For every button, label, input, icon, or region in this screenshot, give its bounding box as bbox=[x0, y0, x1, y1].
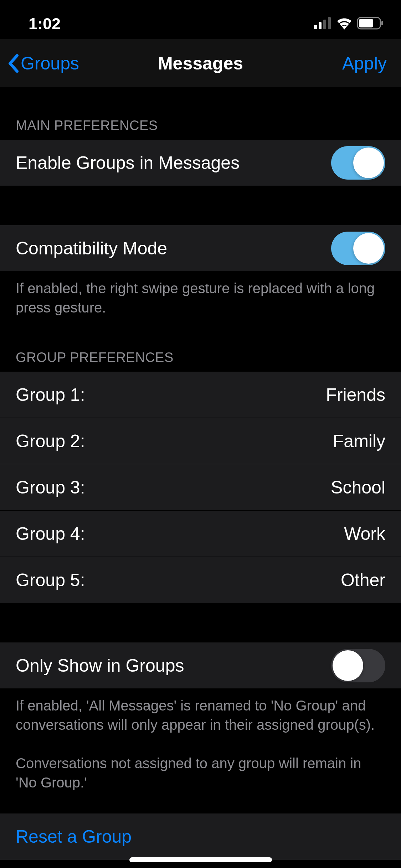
back-button[interactable]: Groups bbox=[8, 53, 79, 74]
group-row[interactable]: Group 4:Work bbox=[0, 511, 401, 557]
group-row[interactable]: Group 1:Friends bbox=[0, 372, 401, 418]
group-key: Group 2: bbox=[16, 431, 119, 451]
toggle-knob bbox=[333, 650, 363, 681]
toggle-knob bbox=[353, 148, 384, 178]
svg-rect-1 bbox=[319, 22, 322, 29]
chevron-back-icon bbox=[8, 54, 19, 73]
spacer bbox=[0, 186, 401, 225]
group-value: Friends bbox=[326, 384, 385, 405]
only-show-cell: Only Show in Groups bbox=[0, 642, 401, 689]
enable-groups-cell: Enable Groups in Messages bbox=[0, 140, 401, 186]
only-show-footer: If enabled, 'All Messages' is renamed to… bbox=[0, 689, 401, 799]
section-header-main: MAIN PREFERENCES bbox=[0, 87, 401, 140]
reset-group-cell[interactable]: Reset a Group bbox=[0, 813, 401, 860]
only-show-toggle[interactable] bbox=[331, 649, 385, 682]
home-indicator[interactable] bbox=[129, 857, 272, 862]
group-value: School bbox=[331, 477, 385, 498]
svg-rect-2 bbox=[323, 20, 326, 29]
group-row[interactable]: Group 5:Other bbox=[0, 557, 401, 603]
apply-button[interactable]: Apply bbox=[342, 53, 387, 74]
status-bar: 1:02 bbox=[0, 0, 401, 39]
status-indicators bbox=[314, 17, 384, 31]
svg-rect-0 bbox=[314, 25, 317, 29]
group-row[interactable]: Group 2:Family bbox=[0, 418, 401, 464]
group-key: Group 4: bbox=[16, 523, 119, 544]
enable-groups-toggle[interactable] bbox=[331, 146, 385, 180]
compat-mode-toggle[interactable] bbox=[331, 232, 385, 265]
svg-rect-5 bbox=[359, 19, 373, 27]
spacer bbox=[0, 799, 401, 813]
svg-rect-3 bbox=[328, 17, 331, 29]
enable-groups-label: Enable Groups in Messages bbox=[16, 153, 240, 173]
cellular-signal-icon bbox=[314, 17, 332, 31]
group-key: Group 3: bbox=[16, 477, 119, 498]
status-time: 1:02 bbox=[29, 15, 61, 33]
group-row[interactable]: Group 3:School bbox=[0, 464, 401, 511]
group-value: Family bbox=[333, 431, 385, 451]
group-value: Other bbox=[341, 570, 385, 590]
only-show-label: Only Show in Groups bbox=[16, 655, 184, 676]
wifi-icon bbox=[335, 17, 353, 31]
group-value: Work bbox=[344, 523, 385, 544]
compat-mode-cell: Compatibility Mode bbox=[0, 225, 401, 272]
compat-mode-label: Compatibility Mode bbox=[16, 238, 167, 259]
nav-bar: Groups Messages Apply bbox=[0, 39, 401, 87]
compat-mode-footer: If enabled, the right swipe gesture is r… bbox=[0, 272, 401, 324]
reset-group-label: Reset a Group bbox=[16, 826, 132, 847]
back-label: Groups bbox=[21, 53, 79, 74]
group-key: Group 5: bbox=[16, 570, 119, 590]
group-key: Group 1: bbox=[16, 384, 119, 405]
battery-icon bbox=[357, 17, 384, 31]
svg-rect-6 bbox=[381, 21, 383, 25]
spacer bbox=[0, 603, 401, 642]
section-header-group: GROUP PREFERENCES bbox=[0, 324, 401, 372]
toggle-knob bbox=[353, 233, 384, 264]
